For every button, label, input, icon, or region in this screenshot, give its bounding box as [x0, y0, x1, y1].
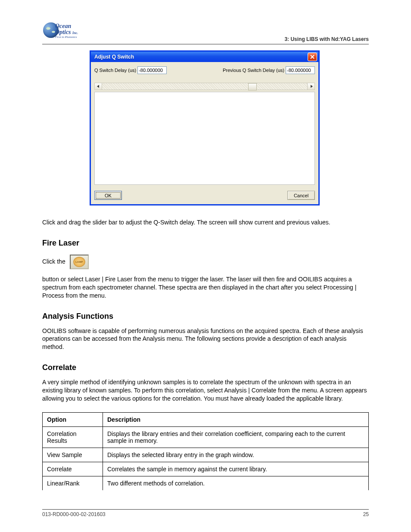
- fire-text-before: Click the: [42, 258, 65, 266]
- prev-q-switch-delay-input[interactable]: [286, 66, 315, 74]
- correlate-para: A very simple method of identifying unkn…: [42, 378, 369, 403]
- page-header: Ocean Optics Inc. First in Photonics 3: …: [42, 22, 369, 42]
- analysis-para: OOILIBS software is capable of performin…: [42, 327, 369, 352]
- analysis-heading: Analysis Functions: [42, 312, 369, 321]
- close-icon[interactable]: [308, 53, 317, 61]
- table-row: Correlation ResultsDisplays the library …: [43, 426, 369, 448]
- doc-section: 3: Using LIBS with Nd:YAG Lasers: [284, 36, 369, 42]
- footer-doc-id: 013-RD000-000-02-201603: [42, 511, 106, 517]
- header-rule: [42, 44, 369, 44]
- footer-page-number: 25: [363, 511, 369, 517]
- dialog-title: Adjust Q Switch: [94, 54, 134, 60]
- lamp-icon[interactable]: LAMP: [70, 255, 89, 269]
- table-row: View SampleDisplays the selected library…: [43, 448, 369, 462]
- scroll-right-button[interactable]: [307, 83, 314, 90]
- scroll-left-button[interactable]: [95, 83, 102, 90]
- adjust-q-switch-dialog: Adjust Q Switch Q Switch Delay (us) Prev…: [90, 50, 320, 205]
- slider-thumb[interactable]: [248, 83, 257, 90]
- table-row: CorrelateCorrelates the sample in memory…: [43, 462, 369, 476]
- description-cell: Two different methods of correlation.: [103, 476, 369, 490]
- option-cell: Linear/Rank: [43, 476, 103, 490]
- option-cell: Correlate: [43, 462, 103, 476]
- dialog-plot-area: [94, 92, 315, 185]
- page-footer: 013-RD000-000-02-201603 25: [42, 509, 369, 517]
- cancel-button[interactable]: Cancel: [287, 191, 315, 200]
- brand-suffix: Inc.: [72, 31, 78, 35]
- description-cell: Displays the library entries and their c…: [103, 426, 369, 448]
- correlate-options-table: Option Description Correlation ResultsDi…: [42, 412, 369, 490]
- fire-laser-heading: Fire Laser: [42, 239, 369, 248]
- ok-button[interactable]: OK: [94, 191, 122, 200]
- delay-fields-row: Q Switch Delay (us) Previous Q Switch De…: [94, 66, 315, 74]
- q-switch-slider[interactable]: [94, 83, 315, 90]
- table-head-desc: Description: [103, 412, 369, 426]
- svg-marker-2: [97, 85, 99, 88]
- lamp-icon-label: LAMP: [73, 257, 85, 267]
- table-head-option: Option: [43, 412, 103, 426]
- correlate-heading: Correlate: [42, 363, 369, 372]
- dialog-titlebar[interactable]: Adjust Q Switch: [91, 52, 318, 62]
- option-cell: Correlation Results: [43, 426, 103, 448]
- fire-text-after: button or select Laser | Fire Laser from…: [42, 275, 369, 300]
- brand-logo: Ocean Optics Inc. First in Photonics: [42, 22, 83, 42]
- brand-line1: Ocean: [55, 23, 71, 29]
- slider-instruction: Click and drag the slider bar to adjust …: [42, 218, 369, 227]
- table-row: Linear/RankTwo different methods of corr…: [43, 476, 369, 490]
- brand-tagline: First in Photonics: [55, 35, 77, 39]
- prev-q-switch-delay-label: Previous Q Switch Delay (us): [223, 68, 284, 73]
- q-switch-delay-label: Q Switch Delay (us): [94, 68, 136, 73]
- option-cell: View Sample: [43, 448, 103, 462]
- description-cell: Displays the selected library entry in t…: [103, 448, 369, 462]
- brand-line2: Optics: [55, 29, 71, 35]
- svg-marker-3: [311, 85, 313, 88]
- q-switch-delay-input[interactable]: [137, 66, 167, 74]
- description-cell: Correlates the sample in memory against …: [103, 462, 369, 476]
- body-content: Click and drag the slider bar to adjust …: [42, 218, 369, 490]
